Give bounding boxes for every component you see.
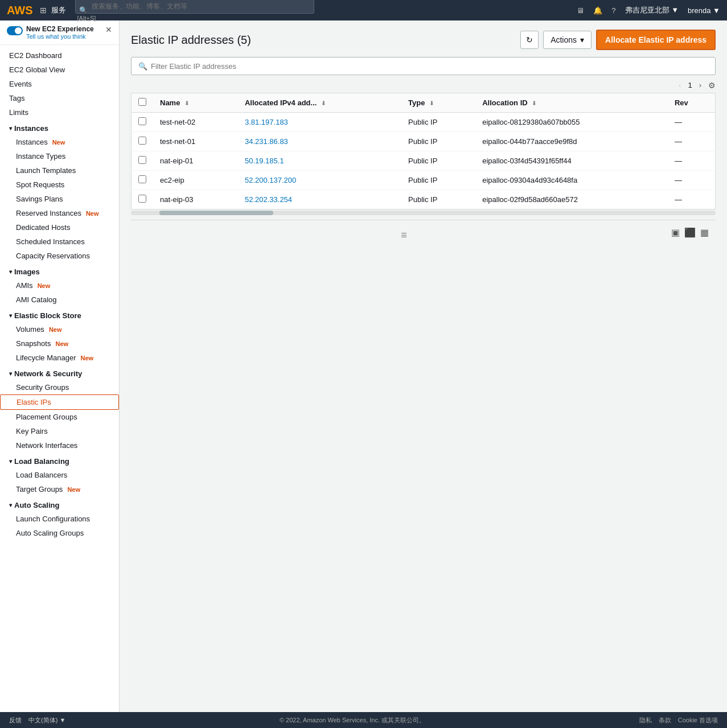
service-link[interactable]: 服务	[51, 5, 66, 15]
auto-scaling-section-header[interactable]: ▾ Auto Scaling	[0, 496, 119, 512]
new-exp-link[interactable]: Tell us what you think	[26, 33, 94, 40]
images-section-header[interactable]: ▾ Images	[0, 263, 119, 278]
sidebar-item-capacity-reservations[interactable]: Capacity Reservations	[0, 249, 119, 263]
sidebar-label: Dedicated Hosts	[16, 223, 70, 232]
sidebar-item-dedicated-hosts[interactable]: Dedicated Hosts	[0, 220, 119, 235]
sidebar-item-ami-catalog[interactable]: AMI Catalog	[0, 293, 119, 307]
monitor-icon[interactable]: 🖥	[577, 6, 584, 15]
load-balancing-section-header[interactable]: ▾ Load Balancing	[0, 453, 119, 468]
col-allocation-id[interactable]: Allocation ID ⬇	[475, 93, 668, 113]
table-row[interactable]: nat-eip-01 50.19.185.1 Public IP eipallo…	[132, 151, 716, 171]
col-name[interactable]: Name ⬇	[153, 93, 238, 113]
col-ipv4[interactable]: Allocated IPv4 add... ⬇	[238, 93, 401, 113]
sidebar-label: Elastic IPs	[17, 398, 51, 406]
search-input[interactable]	[75, 0, 314, 14]
sidebar-item-key-pairs[interactable]: Key Pairs	[0, 424, 119, 438]
row-name: nat-eip-03	[153, 190, 238, 209]
user-menu[interactable]: brenda ▼	[688, 6, 720, 15]
sidebar-item-volumes[interactable]: Volumes New	[0, 322, 119, 336]
sidebar-item-launch-configurations[interactable]: Launch Configurations	[0, 512, 119, 526]
horizontal-scrollbar[interactable]	[131, 211, 716, 215]
next-page-button[interactable]: ›	[697, 80, 704, 91]
filter-input[interactable]	[151, 62, 708, 71]
panel-icon-1[interactable]: ▣	[671, 227, 680, 238]
sidebar-item-load-balancers[interactable]: Load Balancers	[0, 468, 119, 482]
row-checkbox-cell	[132, 113, 154, 132]
row-ipv4[interactable]: 52.200.137.200	[238, 171, 401, 190]
sidebar-item-savings-plans[interactable]: Savings Plans	[0, 192, 119, 206]
row-checkbox[interactable]	[138, 195, 146, 203]
region-selector[interactable]: 弗吉尼亚北部 ▼	[625, 5, 679, 15]
arrow-icon: ▾	[9, 502, 12, 508]
row-type: Public IP	[401, 132, 475, 151]
panel-icon-2[interactable]: ⬛	[684, 227, 696, 238]
col-type[interactable]: Type ⬇	[401, 93, 475, 113]
table-row[interactable]: ec2-eip 52.200.137.200 Public IP eipallo…	[132, 171, 716, 190]
sidebar-item-security-groups[interactable]: Security Groups	[0, 380, 119, 394]
sidebar-item-placement-groups[interactable]: Placement Groups	[0, 410, 119, 424]
aws-logo: AWS	[7, 4, 33, 17]
sidebar-item-ec2-dashboard[interactable]: EC2 Dashboard	[0, 48, 119, 63]
scrollbar-thumb[interactable]	[159, 211, 273, 215]
sidebar-label: Events	[9, 80, 32, 88]
ebs-section-header[interactable]: ▾ Elastic Block Store	[0, 307, 119, 322]
sidebar-item-launch-templates[interactable]: Launch Templates	[0, 163, 119, 178]
row-name: test-net-02	[153, 113, 238, 132]
row-checkbox-cell	[132, 132, 154, 151]
close-icon[interactable]: ✕	[105, 25, 112, 34]
sidebar-item-tags[interactable]: Tags	[0, 91, 119, 105]
panel-icon-3[interactable]: ▦	[700, 227, 709, 238]
row-ipv4[interactable]: 3.81.197.183	[238, 113, 401, 132]
new-exp-title: New EC2 Experience	[26, 25, 94, 33]
refresh-button[interactable]: ↻	[520, 31, 539, 49]
sidebar-nav: EC2 Dashboard EC2 Global View Events Tag…	[0, 45, 119, 544]
row-checkbox[interactable]	[138, 137, 146, 145]
sidebar-item-auto-scaling-groups[interactable]: Auto Scaling Groups	[0, 526, 119, 540]
sidebar-item-events[interactable]: Events	[0, 77, 119, 91]
section-label: Network & Security	[14, 369, 82, 378]
sidebar-item-instances[interactable]: Instances New	[0, 135, 119, 149]
sidebar-item-scheduled-instances[interactable]: Scheduled Instances	[0, 235, 119, 249]
sidebar-item-target-groups[interactable]: Target Groups New	[0, 482, 119, 496]
network-section-header[interactable]: ▾ Network & Security	[0, 365, 119, 380]
sidebar-item-lifecycle-manager[interactable]: Lifecycle Manager New	[0, 351, 119, 365]
row-checkbox[interactable]	[138, 156, 146, 164]
sidebar-item-instance-types[interactable]: Instance Types	[0, 149, 119, 163]
sidebar-item-snapshots[interactable]: Snapshots New	[0, 336, 119, 351]
grid-icon[interactable]: ⊞	[40, 6, 47, 15]
table-row[interactable]: test-net-01 34.231.86.83 Public IP eipal…	[132, 132, 716, 151]
question-icon[interactable]: ?	[611, 6, 615, 15]
sidebar-item-network-interfaces[interactable]: Network Interfaces	[0, 438, 119, 453]
section-label: Images	[14, 268, 40, 276]
sidebar-item-ec2-global-view[interactable]: EC2 Global View	[0, 63, 119, 77]
row-ipv4[interactable]: 50.19.185.1	[238, 151, 401, 171]
sidebar-item-limits[interactable]: Limits	[0, 105, 119, 120]
row-reverse: —	[668, 190, 716, 209]
row-ipv4[interactable]: 34.231.86.83	[238, 132, 401, 151]
sidebar-item-amis[interactable]: AMIs New	[0, 278, 119, 293]
row-checkbox[interactable]	[138, 117, 146, 125]
panel-resize-handle[interactable]: ≡	[401, 229, 408, 241]
col-reverse: Rev	[668, 93, 716, 113]
allocate-elastic-ip-button[interactable]: Allocate Elastic IP address	[596, 30, 716, 50]
column-settings-icon[interactable]: ⚙	[708, 81, 716, 90]
sidebar-label: Load Balancers	[16, 471, 67, 479]
sidebar-item-reserved-instances[interactable]: Reserved Instances New	[0, 206, 119, 220]
bell-icon[interactable]: 🔔	[593, 6, 602, 15]
row-checkbox[interactable]	[138, 175, 146, 183]
row-ipv4[interactable]: 52.202.33.254	[238, 190, 401, 209]
table-row[interactable]: nat-eip-03 52.202.33.254 Public IP eipal…	[132, 190, 716, 209]
new-experience-toggle[interactable]	[7, 26, 23, 35]
sidebar-label: EC2 Dashboard	[9, 51, 62, 60]
table-row[interactable]: test-net-02 3.81.197.183 Public IP eipal…	[132, 113, 716, 132]
page-header: Elastic IP addresses (5) ↻ Actions ▾ All…	[131, 30, 716, 50]
sidebar-item-spot-requests[interactable]: Spot Requests	[0, 178, 119, 192]
page-header-actions: ↻ Actions ▾ Allocate Elastic IP address	[520, 30, 716, 50]
sidebar-item-elastic-ips[interactable]: Elastic IPs	[0, 394, 119, 410]
actions-button[interactable]: Actions ▾	[543, 31, 592, 49]
new-badge: New	[55, 340, 68, 347]
instances-section-header[interactable]: ▾ Instances	[0, 120, 119, 135]
prev-page-button[interactable]: ‹	[676, 80, 683, 91]
arrow-icon: ▾	[9, 312, 12, 319]
select-all-checkbox[interactable]	[138, 98, 146, 106]
